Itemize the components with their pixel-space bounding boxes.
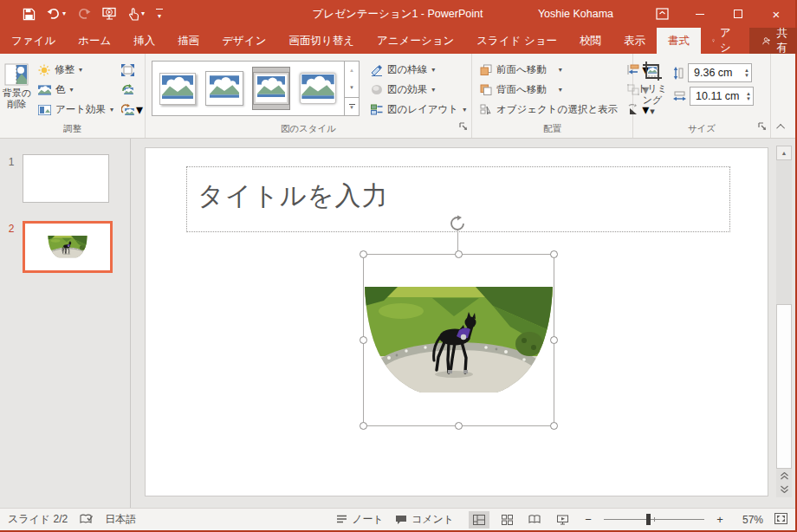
crop-dropdown-icon[interactable]: ▾ <box>650 106 655 117</box>
picture-layout-dropdown-icon[interactable]: ▾ <box>463 106 466 114</box>
compress-pictures-button[interactable] <box>120 60 145 80</box>
artistic-effects-button[interactable]: アート効果 ▾ <box>36 100 116 120</box>
remove-background-label-2: 削除 <box>7 99 26 110</box>
artistic-effects-dropdown-icon[interactable]: ▾ <box>110 106 113 114</box>
selection-pane-button[interactable]: オブジェクトの選択と表示 <box>477 100 620 120</box>
reset-picture-dropdown-icon[interactable]: ▾ <box>136 101 143 118</box>
tab-insert[interactable]: 挿入 <box>122 28 166 54</box>
shape-height-field[interactable]: 9.36 cm ▲▼ <box>688 63 752 82</box>
close-button[interactable]: × <box>757 0 795 28</box>
tab-review[interactable]: 校閲 <box>568 28 612 54</box>
reading-view-button[interactable] <box>524 511 545 529</box>
vertical-scrollbar-thumb[interactable] <box>776 304 792 469</box>
dog-photo-cropped-to-shape[interactable] <box>365 287 553 394</box>
send-backward-button[interactable]: 背面へ移動 ▾ <box>477 80 620 100</box>
gallery-more-button[interactable]: ▼ <box>345 97 359 115</box>
artistic-effects-icon <box>38 105 51 115</box>
start-from-beginning-button[interactable] <box>102 7 117 21</box>
tab-design[interactable]: デザイン <box>211 28 277 54</box>
picture-layout-button[interactable]: 図のレイアウト ▾ <box>368 100 469 120</box>
scroll-up-button[interactable]: ▲ <box>776 146 792 160</box>
previous-slide-button[interactable] <box>776 470 792 482</box>
zoom-level[interactable]: 57% <box>735 514 763 526</box>
customize-qat-button[interactable]: ▾ <box>156 9 163 20</box>
tab-file[interactable]: ファイル <box>0 28 67 54</box>
collapse-ribbon-button[interactable] <box>774 120 788 133</box>
tab-format-active[interactable]: 書式 <box>657 28 701 54</box>
tab-slideshow[interactable]: スライド ショー <box>465 28 568 54</box>
language-indicator[interactable]: 日本語 <box>105 512 136 527</box>
picture-border-dropdown-icon[interactable]: ▾ <box>431 66 435 74</box>
gallery-up-icon[interactable]: ▲ <box>345 62 359 79</box>
customize-qat-dropdown-icon[interactable]: ▾ <box>158 13 161 20</box>
slide-indicator[interactable]: スライド 2/2 <box>8 512 68 527</box>
resize-handle-top[interactable] <box>455 250 463 258</box>
slide-2-thumbnail[interactable] <box>23 221 113 273</box>
resize-handle-bottom-left[interactable] <box>360 422 367 430</box>
maximize-button[interactable] <box>719 0 757 28</box>
undo-button[interactable]: ▾ <box>47 8 66 20</box>
slide-thumbnail-1[interactable]: 1 <box>0 154 130 203</box>
notes-button[interactable]: ノート <box>336 512 384 527</box>
spell-check-icon[interactable] <box>80 514 93 525</box>
change-picture-button[interactable] <box>120 80 145 100</box>
zoom-slider-thumb[interactable] <box>646 514 651 525</box>
group-size: トリミング ▾ 9.36 cm ▲▼ 10.11 cm ▲▼ <box>633 54 771 138</box>
reset-picture-button[interactable]: ▾ <box>120 100 145 120</box>
undo-dropdown-icon[interactable]: ▾ <box>62 10 66 17</box>
tell-me-assist[interactable]: 操作アシスト <box>701 28 749 54</box>
gallery-down-icon[interactable]: ▼ <box>345 79 359 96</box>
shape-height-icon <box>673 67 684 80</box>
style-metal-frame-selected[interactable] <box>252 67 290 110</box>
group-adjust-label: 調整 <box>0 123 145 135</box>
slide-sorter-view-button[interactable] <box>496 511 517 529</box>
picture-border-button[interactable]: 図の枠線 ▾ <box>368 60 469 80</box>
bring-forward-dropdown-icon[interactable]: ▾ <box>559 66 562 74</box>
corrections-button[interactable]: 修整 ▾ <box>36 60 116 80</box>
zoom-out-button[interactable]: − <box>584 513 593 526</box>
zoom-in-button[interactable]: + <box>716 513 724 526</box>
tab-view[interactable]: 表示 <box>612 28 657 54</box>
resize-handle-bottom-right[interactable] <box>550 422 558 430</box>
style-soft-edge[interactable] <box>299 67 337 110</box>
rotation-handle[interactable] <box>449 215 466 236</box>
next-slide-button[interactable] <box>776 483 792 495</box>
zoom-slider[interactable] <box>604 519 704 520</box>
picture-effects-button[interactable]: 図の効果 ▾ <box>368 80 469 100</box>
tab-animations[interactable]: アニメーション <box>366 28 465 54</box>
tab-home[interactable]: ホーム <box>67 28 122 54</box>
normal-view-button[interactable] <box>469 511 489 529</box>
style-simple-frame[interactable] <box>159 67 197 110</box>
slideshow-view-button[interactable] <box>552 511 573 529</box>
touch-mouse-mode-button[interactable]: ▾ <box>128 8 145 21</box>
color-button[interactable]: 色 ▾ <box>36 80 116 100</box>
slide-2-editing-surface[interactable]: タイトルを入力 <box>145 147 768 496</box>
comments-button[interactable]: コメント <box>395 512 454 527</box>
ribbon-display-options-button[interactable] <box>643 0 681 28</box>
resize-handle-bottom[interactable] <box>455 422 463 430</box>
send-backward-dropdown-icon[interactable]: ▾ <box>559 86 562 94</box>
shape-width-field[interactable]: 10.11 cm ▲▼ <box>690 87 754 106</box>
bring-forward-button[interactable]: 前面へ移動 ▾ <box>477 60 620 80</box>
tab-draw[interactable]: 描画 <box>166 28 211 54</box>
height-spin-down-icon[interactable]: ▼ <box>744 73 749 78</box>
resize-handle-top-left[interactable] <box>360 250 367 258</box>
signed-in-user[interactable]: Yoshie Kohama <box>538 8 613 20</box>
tab-transitions[interactable]: 画面切り替え <box>277 28 366 54</box>
quick-access-toolbar: ▾ ▾ ▾ <box>23 7 163 21</box>
corrections-dropdown-icon[interactable]: ▾ <box>79 66 82 74</box>
resize-handle-top-right[interactable] <box>550 250 558 258</box>
width-spin-down-icon[interactable]: ▼ <box>746 96 751 101</box>
slide-1-thumbnail[interactable] <box>23 154 109 203</box>
save-icon[interactable] <box>23 8 36 21</box>
fit-slide-to-window-button[interactable] <box>774 513 787 527</box>
reading-view-icon <box>528 515 541 524</box>
style-white-frame[interactable] <box>205 67 243 110</box>
slide-thumbnail-2-selected[interactable]: 2 <box>0 221 130 273</box>
color-dropdown-icon[interactable]: ▾ <box>69 86 73 94</box>
minimize-button[interactable] <box>681 0 719 28</box>
send-backward-icon <box>480 84 492 95</box>
picture-effects-dropdown-icon[interactable]: ▾ <box>431 86 435 94</box>
share-button[interactable]: 共有 <box>749 28 797 54</box>
touch-mode-dropdown-icon[interactable]: ▾ <box>141 10 145 17</box>
